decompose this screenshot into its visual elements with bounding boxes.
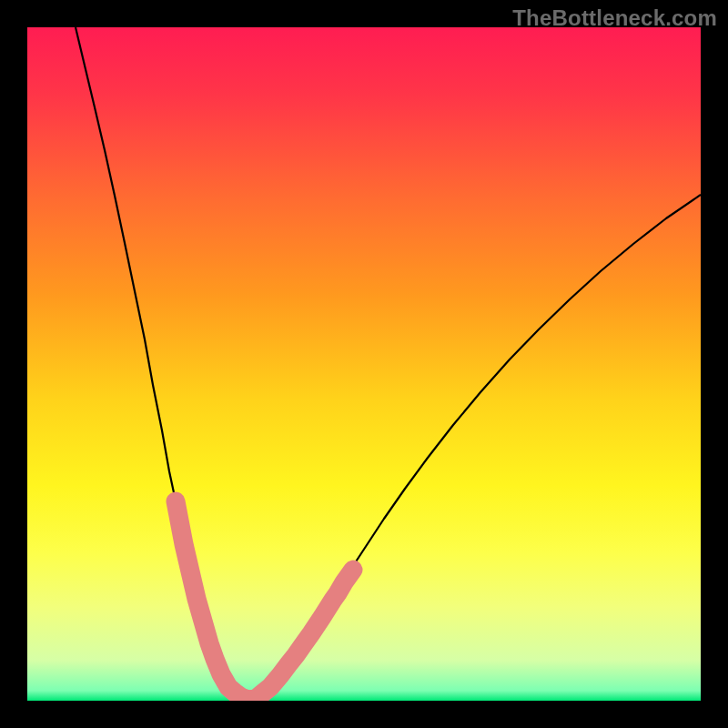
curve-layer: [27, 27, 701, 701]
series-pink-markers-left: [176, 501, 248, 700]
series-pink-markers-right: [248, 570, 353, 700]
plot-area: [27, 27, 701, 701]
watermark-text: TheBottleneck.com: [512, 5, 717, 31]
series-curve-left: [76, 27, 246, 699]
chart-frame: TheBottleneck.com: [0, 0, 728, 728]
